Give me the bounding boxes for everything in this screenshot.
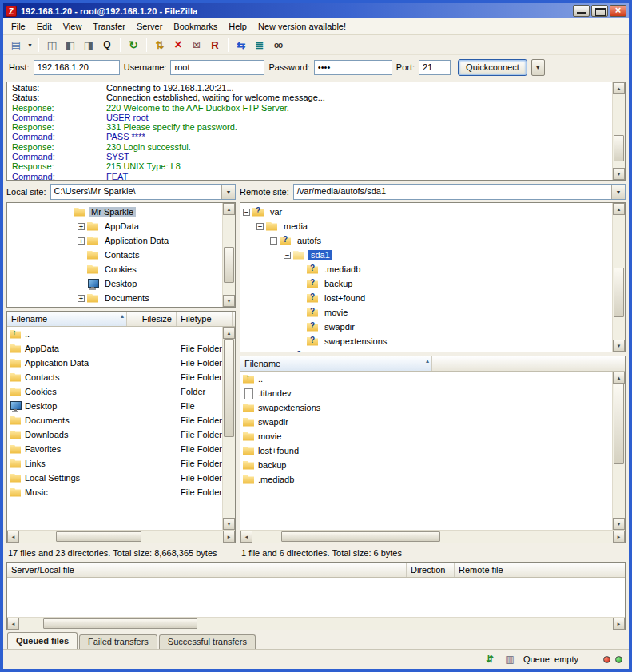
chevron-down-icon[interactable]: ▼ [221,185,235,199]
tree-item[interactable]: Documents [10,291,222,305]
column-header-filename[interactable]: Filename▴ [240,356,432,371]
reconnect-button[interactable] [206,37,224,53]
tree-item[interactable]: Desktop [10,276,222,291]
scroll-left-icon[interactable]: ◄ [240,531,252,543]
menu-item[interactable]: View [58,19,88,34]
queue-tab[interactable]: Successful transfers [159,634,256,649]
expand-toggle-icon[interactable] [270,237,277,245]
scroll-up-icon[interactable]: ▲ [223,327,235,339]
refresh-button[interactable] [125,37,142,53]
expand-toggle-icon[interactable] [78,223,85,230]
remote-tree-scrollbar[interactable]: ▲ ▼ [612,203,625,352]
scroll-up-icon[interactable]: ▲ [223,203,235,215]
maximize-button[interactable] [591,5,608,17]
file-row[interactable]: Downloads File Folder [7,427,222,442]
tree-item[interactable]: var [243,205,612,219]
tree-item[interactable]: Cookies [10,262,222,276]
scroll-down-icon[interactable]: ▼ [223,295,235,307]
scroll-down-icon[interactable]: ▼ [613,518,625,530]
column-header-local-file[interactable]: Server/Local file [7,563,407,577]
scroll-down-icon[interactable]: ▼ [613,168,625,180]
remote-list-scrollbar[interactable]: ▲ ▼ [612,372,625,530]
quickconnect-button[interactable]: Quickconnect [458,59,527,76]
file-row[interactable]: Favorites File Folder [7,442,222,456]
menu-item[interactable]: Help [223,19,252,34]
menu-item[interactable]: Bookmarks [168,19,223,34]
tree-item[interactable]: Application Data [10,233,222,248]
port-input[interactable] [419,60,451,75]
expand-toggle-icon[interactable] [284,252,291,259]
local-list-hscrollbar[interactable]: ◄ ► [7,530,235,543]
tree-item[interactable]: lost+found [243,291,612,305]
remote-site-combo[interactable]: /var/media/autofs/sda1 ▼ [293,184,626,200]
expand-toggle-icon[interactable] [243,209,250,216]
file-row[interactable]: lost+found [240,443,612,458]
queue-hscrollbar[interactable]: ◄ ► [7,617,625,630]
toggle-local-tree-button[interactable] [62,37,79,53]
column-header-filesize[interactable]: Filesize [127,312,177,326]
menu-item[interactable]: Edit [31,19,58,34]
menu-item[interactable]: New version available! [252,19,352,34]
cancel-button[interactable] [169,37,187,53]
host-input[interactable] [34,60,120,75]
menu-item[interactable]: Transfer [87,19,131,34]
local-tree-scrollbar[interactable]: ▲ ▼ [222,203,235,307]
local-site-combo[interactable]: C:\Users\Mr Sparkle\ ▼ [50,184,236,200]
file-row[interactable]: Contacts File Folder [7,370,222,384]
find-button[interactable] [269,37,287,53]
file-row[interactable]: swapextensions [240,400,612,415]
file-row[interactable]: .mediadb [240,472,612,487]
site-manager-dropdown-icon[interactable]: ▼ [26,37,34,53]
remote-list-hscrollbar[interactable]: ◄ ► [240,530,625,543]
column-header-direction[interactable]: Direction [407,563,455,577]
file-row[interactable]: Application Data File Folder [7,356,222,370]
menu-item[interactable]: Server [131,19,168,34]
expand-toggle-icon[interactable] [78,237,85,245]
tree-item[interactable]: swapextensions [243,334,612,348]
file-row[interactable]: swapdir [240,415,612,429]
column-header-filetype[interactable]: Filetype [177,312,233,326]
local-list-scrollbar[interactable]: ▲ ▼ [222,327,235,530]
scroll-up-icon[interactable]: ▲ [613,203,625,215]
tree-item[interactable]: sda1 [243,248,612,262]
process-queue-button[interactable] [151,37,169,53]
column-header-filename[interactable]: Filename▴ [7,312,127,326]
scroll-down-icon[interactable]: ▼ [613,340,625,352]
tree-item[interactable]: media [243,219,612,233]
file-row[interactable]: Local Settings File Folder [7,471,222,485]
password-input[interactable] [314,60,392,75]
tree-item[interactable]: Contacts [10,248,222,262]
file-row[interactable]: .. [240,372,612,386]
file-row[interactable]: backup [240,458,612,472]
scroll-up-icon[interactable]: ▲ [613,82,625,94]
column-header-remote-file[interactable]: Remote file [455,563,625,577]
username-input[interactable] [170,60,264,75]
tree-item[interactable]: swapdir [243,320,612,334]
minimize-button[interactable] [573,5,590,17]
site-manager-button[interactable] [7,37,25,53]
sync-button[interactable] [251,37,268,53]
chevron-down-icon[interactable]: ▼ [611,185,625,199]
queue-tab[interactable]: Failed transfers [79,634,157,649]
toggle-queue-button[interactable] [98,37,116,53]
toggle-remote-tree-button[interactable] [80,37,97,53]
file-row[interactable]: Links File Folder [7,456,222,471]
file-row[interactable]: Documents File Folder [7,413,222,427]
file-row[interactable]: Cookies Folder [7,384,222,399]
tree-item[interactable]: Downloads [10,305,222,307]
menu-item[interactable]: File [6,19,31,34]
tree-item[interactable]: movie [243,305,612,320]
scroll-up-icon[interactable]: ▲ [613,372,625,384]
file-row[interactable]: movie [240,429,612,443]
tree-item[interactable]: autofs [243,233,612,248]
tree-item[interactable]: dvd [243,348,612,352]
toggle-log-button[interactable] [43,37,61,53]
scroll-right-icon[interactable]: ► [613,618,625,630]
expand-toggle-icon[interactable] [78,295,85,302]
log-vertical-scrollbar[interactable]: ▲ ▼ [612,82,625,180]
scroll-right-icon[interactable]: ► [613,531,625,543]
tree-item[interactable]: Mr Sparkle [10,205,222,219]
scroll-left-icon[interactable]: ◄ [7,618,19,630]
scroll-left-icon[interactable]: ◄ [7,531,19,543]
file-row[interactable]: .. [7,327,222,341]
